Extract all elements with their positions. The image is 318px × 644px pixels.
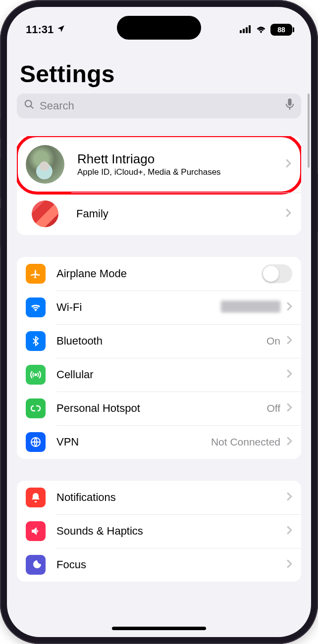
chevron-right-icon xyxy=(286,369,292,380)
scroll-indicator[interactable] xyxy=(308,94,310,168)
search-input[interactable]: Search xyxy=(17,94,301,118)
svg-point-4 xyxy=(25,100,32,107)
bluetooth-row[interactable]: Bluetooth On xyxy=(17,324,301,358)
volume-up-button xyxy=(0,158,1,198)
svg-point-8 xyxy=(35,374,36,375)
connectivity-group: Airplane Mode Wi-Fi xyxy=(17,257,301,459)
profile-avatar xyxy=(26,145,64,184)
row-label: Wi-Fi xyxy=(56,301,82,314)
home-indicator[interactable] xyxy=(112,627,206,630)
sounds-icon xyxy=(26,521,46,541)
vpn-row[interactable]: VPN Not Connected xyxy=(17,425,301,459)
screen: 11:31 xyxy=(7,7,311,637)
row-label: Airplane Mode xyxy=(56,267,127,280)
location-icon xyxy=(56,23,65,36)
page-title: Settings xyxy=(17,60,301,88)
chevron-right-icon xyxy=(286,492,292,503)
status-time: 11:31 xyxy=(26,23,53,36)
family-avatar xyxy=(32,200,58,227)
cellular-row[interactable]: Cellular xyxy=(17,358,301,392)
family-row[interactable]: Family xyxy=(17,193,301,235)
microphone-icon[interactable] xyxy=(285,99,294,113)
chevron-right-icon xyxy=(286,559,292,570)
row-label: Sounds & Haptics xyxy=(56,525,143,538)
cellular-icon xyxy=(26,365,46,385)
battery-indicator: 88 xyxy=(270,24,292,36)
silent-switch xyxy=(0,119,1,139)
row-label: VPN xyxy=(56,436,79,448)
bluetooth-value: On xyxy=(266,335,280,347)
cellular-signal-icon xyxy=(240,23,252,36)
svg-line-5 xyxy=(31,106,34,109)
vpn-icon xyxy=(26,432,46,452)
bluetooth-icon xyxy=(26,331,46,351)
svg-rect-0 xyxy=(240,30,242,33)
phone-frame: 11:31 xyxy=(0,0,318,644)
chevron-right-icon xyxy=(286,302,292,313)
wifi-value xyxy=(221,300,280,315)
personal-hotspot-row[interactable]: Personal Hotspot Off xyxy=(17,392,301,425)
focus-icon xyxy=(26,555,46,575)
sounds-haptics-row[interactable]: Sounds & Haptics xyxy=(17,514,301,548)
search-icon xyxy=(24,99,35,113)
chevron-right-icon xyxy=(286,437,292,447)
chevron-right-icon xyxy=(286,526,292,537)
apple-id-row[interactable]: Rhett Intriago Apple ID, iCloud+, Media … xyxy=(17,136,301,193)
notifications-icon xyxy=(26,488,46,507)
airplane-toggle[interactable] xyxy=(262,264,292,283)
profile-name: Rhett Intriago xyxy=(77,151,221,167)
airplane-mode-row[interactable]: Airplane Mode xyxy=(17,257,301,291)
svg-rect-1 xyxy=(243,29,245,33)
hotspot-icon xyxy=(26,398,46,418)
notifications-row[interactable]: Notifications xyxy=(17,481,301,514)
wifi-icon xyxy=(256,23,266,36)
svg-rect-6 xyxy=(288,99,291,105)
chevron-right-icon xyxy=(285,208,291,219)
row-label: Cellular xyxy=(56,368,94,381)
wifi-row[interactable]: Wi-Fi xyxy=(17,291,301,324)
profile-subtitle: Apple ID, iCloud+, Media & Purchases xyxy=(77,167,221,177)
row-label: Personal Hotspot xyxy=(56,402,140,415)
wifi-icon xyxy=(26,297,46,317)
row-label: Bluetooth xyxy=(56,335,103,347)
battery-percent: 88 xyxy=(277,26,285,34)
svg-rect-3 xyxy=(249,25,251,33)
row-label: Focus xyxy=(56,558,86,571)
dynamic-island xyxy=(117,16,201,40)
search-placeholder: Search xyxy=(40,99,74,112)
hotspot-value: Off xyxy=(266,402,280,414)
system-group: Notifications Sounds & Haptics xyxy=(17,481,301,582)
volume-down-button xyxy=(0,208,1,248)
svg-rect-2 xyxy=(246,27,248,33)
vpn-value: Not Connected xyxy=(211,436,280,448)
airplane-icon xyxy=(26,264,46,284)
chevron-right-icon xyxy=(286,403,292,414)
chevron-right-icon xyxy=(286,336,292,347)
family-label: Family xyxy=(76,207,108,220)
focus-row[interactable]: Focus xyxy=(17,548,301,582)
profile-group: Rhett Intriago Apple ID, iCloud+, Media … xyxy=(17,136,301,235)
chevron-right-icon xyxy=(285,159,291,170)
row-label: Notifications xyxy=(56,491,116,504)
